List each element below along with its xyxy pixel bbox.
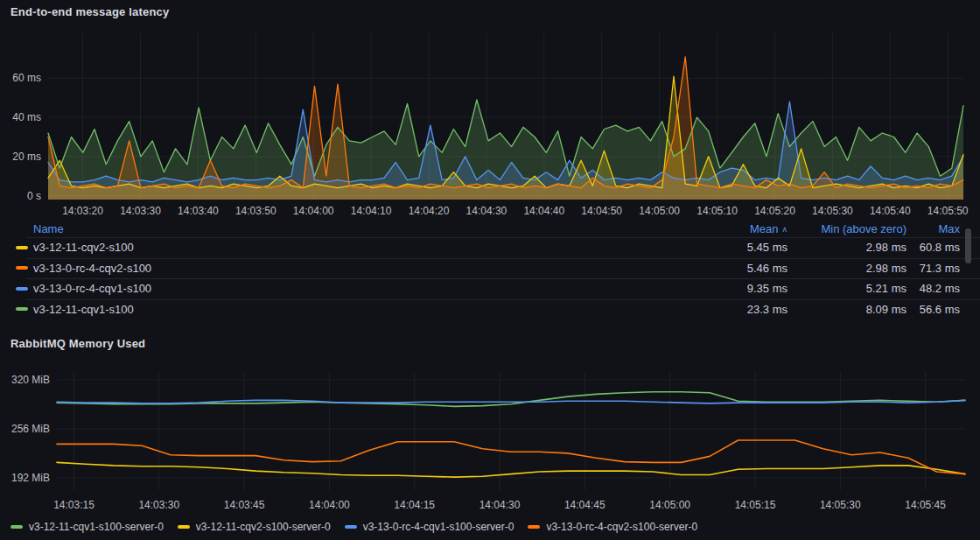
- column-header-max[interactable]: Max: [906, 222, 960, 235]
- y-axis-tick-label: 40 ms: [12, 111, 41, 123]
- y-axis-tick-label: 320 MiB: [11, 374, 50, 386]
- series-name[interactable]: v3-13-0-rc-4-cqv2-s100: [33, 262, 151, 275]
- series-color-swatch: [16, 246, 28, 249]
- table-row[interactable]: v3-12-11-cqv1-s100 23.3 ms 8.09 ms 56.6 …: [0, 299, 980, 320]
- latency-chart[interactable]: 0 s20 ms40 ms60 ms14:03:2014:03:3014:03:…: [0, 23, 980, 221]
- mean-value: 5.45 ms: [682, 241, 788, 254]
- max-value: 56.6 ms: [906, 303, 960, 316]
- series-line-v3-13-0-rc-4-cqv1-s100-server-0: [57, 400, 965, 403]
- x-axis-tick-label: 14:04:30: [480, 499, 521, 511]
- mean-value: 5.46 ms: [682, 262, 788, 275]
- y-axis-tick-label: 256 MiB: [11, 423, 50, 435]
- series-name[interactable]: v3-13-0-rc-4-cqv1-s100: [33, 282, 151, 295]
- memory-chart[interactable]: 192 MiB256 MiB320 MiB14:03:1514:03:3014:…: [0, 361, 980, 518]
- min-value: 8.09 ms: [788, 303, 906, 316]
- x-axis-tick-label: 14:03:40: [178, 205, 219, 217]
- series-line-v3-12-11-cqv1-s100-server-0: [57, 392, 965, 407]
- table-row[interactable]: v3-13-0-rc-4-cqv1-s100 9.35 ms 5.21 ms 4…: [0, 278, 980, 299]
- series-name[interactable]: v3-12-11-cqv2-s100: [33, 241, 134, 254]
- x-axis-tick-label: 14:05:15: [735, 499, 776, 511]
- x-axis-tick-label: 14:04:00: [309, 499, 350, 511]
- max-value: 60.8 ms: [906, 241, 960, 254]
- max-value: 48.2 ms: [906, 282, 960, 295]
- legend-item[interactable]: v3-12-11-cqv1-s100-server-0: [10, 521, 164, 533]
- sort-ascending-icon: ∧: [781, 225, 788, 234]
- x-axis-tick-label: 14:04:10: [351, 205, 392, 217]
- min-value: 2.98 ms: [788, 262, 906, 275]
- min-value: 5.21 ms: [788, 282, 906, 295]
- table-scrollbar[interactable]: [965, 228, 971, 263]
- dashboard: End-to-end message latency 0 s20 ms40 ms…: [0, 0, 980, 540]
- x-axis-tick-label: 14:03:45: [224, 499, 265, 511]
- column-header-name[interactable]: Name: [0, 222, 682, 235]
- series-color-swatch: [10, 525, 23, 529]
- series-color-swatch: [345, 525, 357, 529]
- x-axis-tick-label: 14:03:20: [62, 205, 103, 217]
- x-axis-tick-label: 14:05:30: [820, 499, 861, 511]
- max-value: 71.3 ms: [906, 262, 960, 275]
- legend-item[interactable]: v3-12-11-cqv2-s100-server-0: [178, 521, 331, 533]
- memory-legend: v3-12-11-cqv1-s100-server-0 v3-12-11-cqv…: [10, 521, 697, 533]
- x-axis-tick-label: 14:05:10: [696, 205, 738, 217]
- x-axis-tick-label: 14:05:00: [639, 205, 680, 217]
- column-header-min[interactable]: Min (above zero): [788, 222, 906, 235]
- x-axis-tick-label: 14:04:15: [394, 499, 435, 511]
- x-axis-tick-label: 14:03:15: [53, 499, 94, 511]
- series-color-swatch: [16, 266, 28, 270]
- latency-legend-table: Name Mean∧ Min (above zero) Max v3-12-11…: [0, 221, 980, 319]
- table-row[interactable]: v3-13-0-rc-4-cqv2-s100 5.46 ms 2.98 ms 7…: [0, 258, 980, 279]
- mean-value: 9.35 ms: [682, 282, 788, 295]
- x-axis-tick-label: 14:04:20: [409, 205, 450, 217]
- series-color-swatch: [16, 287, 28, 291]
- legend-item[interactable]: v3-13-0-rc-4-cqv1-s100-server-0: [345, 521, 514, 533]
- table-row[interactable]: v3-12-11-cqv2-s100 5.45 ms 2.98 ms 60.8 …: [0, 237, 980, 258]
- legend-label: v3-12-11-cqv1-s100-server-0: [29, 521, 164, 533]
- x-axis-tick-label: 14:05:00: [649, 499, 690, 511]
- legend-label: v3-13-0-rc-4-cqv1-s100-server-0: [363, 521, 514, 533]
- x-axis-tick-label: 14:03:30: [138, 499, 179, 511]
- x-axis-tick-label: 14:04:45: [564, 499, 606, 511]
- panel-title-memory[interactable]: RabbitMQ Memory Used: [10, 337, 145, 350]
- x-axis-tick-label: 14:05:50: [928, 205, 969, 217]
- x-axis-tick-label: 14:03:30: [120, 205, 161, 217]
- x-axis-tick-label: 14:04:00: [293, 205, 334, 217]
- y-axis-tick-label: 20 ms: [12, 151, 41, 163]
- x-axis-tick-label: 14:05:40: [870, 205, 911, 217]
- column-header-mean[interactable]: Mean∧: [682, 222, 788, 235]
- legend-item[interactable]: v3-13-0-rc-4-cqv2-s100-server-0: [528, 521, 697, 533]
- x-axis-tick-label: 14:04:30: [466, 205, 508, 217]
- y-axis-tick-label: 0 s: [27, 190, 41, 202]
- series-name[interactable]: v3-12-11-cqv1-s100: [33, 303, 134, 316]
- legend-label: v3-13-0-rc-4-cqv2-s100-server-0: [546, 521, 697, 533]
- legend-table-header: Name Mean∧ Min (above zero) Max: [0, 221, 980, 237]
- y-axis-tick-label: 192 MiB: [11, 472, 50, 484]
- min-value: 2.98 ms: [788, 241, 906, 254]
- mean-value: 23.3 ms: [682, 303, 788, 316]
- x-axis-tick-label: 14:04:40: [523, 205, 564, 217]
- x-axis-tick-label: 14:03:50: [235, 205, 276, 217]
- x-axis-tick-label: 14:05:45: [905, 499, 946, 511]
- series-line-v3-12-11-cqv2-s100-server-0: [57, 462, 965, 477]
- series-color-swatch: [528, 525, 540, 529]
- series-color-swatch: [178, 525, 190, 529]
- x-axis-tick-label: 14:04:50: [581, 205, 622, 217]
- series-color-swatch: [16, 307, 28, 311]
- x-axis-tick-label: 14:05:30: [812, 205, 853, 217]
- panel-title-latency[interactable]: End-to-end message latency: [10, 5, 169, 18]
- legend-label: v3-12-11-cqv2-s100-server-0: [196, 521, 331, 533]
- y-axis-tick-label: 60 ms: [12, 72, 41, 84]
- x-axis-tick-label: 14:05:20: [754, 205, 795, 217]
